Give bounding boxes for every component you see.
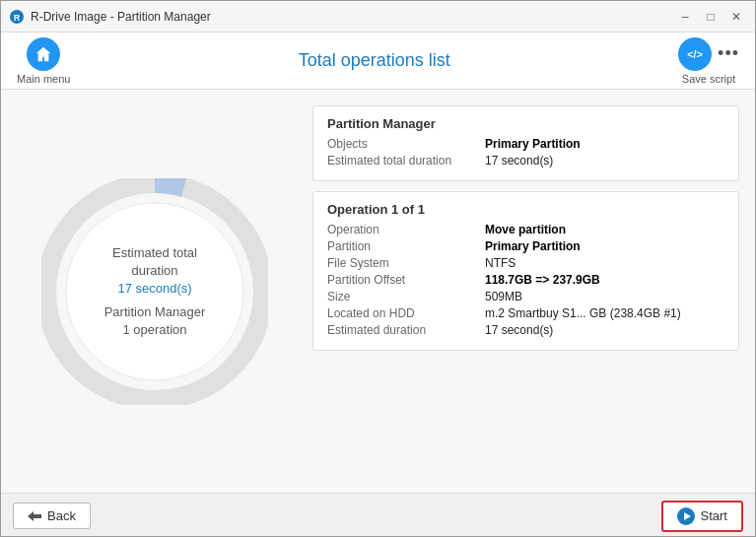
op-row-3: Partition Offset 118.7GB => 237.9GB — [327, 273, 724, 287]
svg-marker-6 — [684, 512, 691, 520]
partition-manager-title: Partition Manager — [327, 116, 724, 131]
op-label-0: Operation — [327, 223, 485, 236]
start-play-icon — [677, 507, 695, 525]
op-value-1: Primary Partition — [485, 239, 581, 253]
op-row-5: Located on HDD m.2 Smartbuy S1... GB (23… — [327, 306, 724, 320]
op-row-0: Operation Move partition — [327, 223, 724, 236]
op-row-6: Estimated duration 17 second(s) — [327, 323, 724, 337]
op-row-4: Size 509MB — [327, 290, 724, 303]
save-script-icon: </> — [687, 48, 703, 60]
start-label: Start — [701, 508, 727, 523]
op-value-6: 17 second(s) — [485, 323, 553, 337]
toolbar-title: Total operations list — [70, 50, 678, 71]
op-value-0: Move partition — [485, 223, 566, 236]
back-button[interactable]: Back — [13, 503, 91, 529]
title-bar-controls: – □ ✕ — [674, 6, 747, 28]
save-script-button[interactable]: </> — [678, 37, 712, 71]
maximize-button[interactable]: □ — [700, 6, 722, 28]
more-icon: ••• — [718, 43, 739, 63]
op-label-3: Partition Offset — [327, 273, 485, 287]
more-button[interactable]: ••• — [718, 43, 739, 64]
main-content: Estimated total duration 17 second(s) Pa… — [1, 90, 755, 493]
op-value-3: 118.7GB => 237.9GB — [485, 273, 600, 287]
title-bar: R R-Drive Image - Partition Manager – □ … — [1, 1, 755, 33]
svg-text:R: R — [14, 13, 21, 23]
app-icon: R — [9, 9, 25, 25]
home-icon — [34, 45, 52, 63]
save-script-label: Save script — [682, 73, 735, 85]
pm-row-1: Estimated total duration 17 second(s) — [327, 154, 724, 168]
toolbar: Main menu Total operations list </> ••• … — [1, 33, 755, 90]
home-button[interactable] — [27, 37, 60, 71]
op-label-2: File System — [327, 256, 485, 270]
operation-panel: Operation 1 of 1 Operation Move partitio… — [312, 191, 739, 351]
pie-chart: Estimated total duration 17 second(s) Pa… — [41, 178, 268, 405]
svg-point-3 — [66, 203, 243, 380]
pm-label-1: Estimated total duration — [327, 154, 485, 168]
pm-label-0: Objects — [327, 137, 485, 151]
op-row-2: File System NTFS — [327, 256, 724, 270]
op-label-1: Partition — [327, 239, 485, 253]
toolbar-home: Main menu — [17, 37, 70, 85]
back-arrow-icon — [28, 509, 41, 523]
op-label-4: Size — [327, 290, 485, 303]
op-value-4: 509MB — [485, 290, 522, 303]
pie-svg — [41, 178, 268, 405]
svg-marker-5 — [28, 511, 41, 521]
start-button[interactable]: Start — [661, 501, 743, 532]
footer: Back Start — [1, 493, 755, 537]
pm-row-0: Objects Primary Partition — [327, 137, 724, 151]
partition-manager-panel: Partition Manager Objects Primary Partit… — [312, 105, 739, 181]
close-button[interactable]: ✕ — [725, 6, 747, 28]
title-bar-left: R R-Drive Image - Partition Manager — [9, 9, 211, 25]
title-bar-text: R-Drive Image - Partition Manager — [31, 10, 211, 24]
op-value-2: NTFS — [485, 256, 515, 270]
pm-value-1: 17 second(s) — [485, 154, 553, 168]
op-row-1: Partition Primary Partition — [327, 239, 724, 253]
operation-title: Operation 1 of 1 — [327, 202, 724, 217]
op-value-5: m.2 Smartbuy S1... GB (238.4GB #1) — [485, 306, 681, 320]
minimize-button[interactable]: – — [674, 6, 696, 28]
home-label: Main menu — [17, 73, 70, 85]
toolbar-right: </> ••• Save script — [678, 37, 739, 85]
pm-value-0: Primary Partition — [485, 137, 581, 151]
op-label-5: Located on HDD — [327, 306, 485, 320]
back-label: Back — [47, 508, 76, 523]
info-panels: Partition Manager Objects Primary Partit… — [312, 105, 739, 351]
op-label-6: Estimated duration — [327, 323, 485, 337]
chart-area: Estimated total duration 17 second(s) Pa… — [17, 105, 293, 477]
toolbar-right-buttons: </> ••• — [678, 37, 739, 71]
